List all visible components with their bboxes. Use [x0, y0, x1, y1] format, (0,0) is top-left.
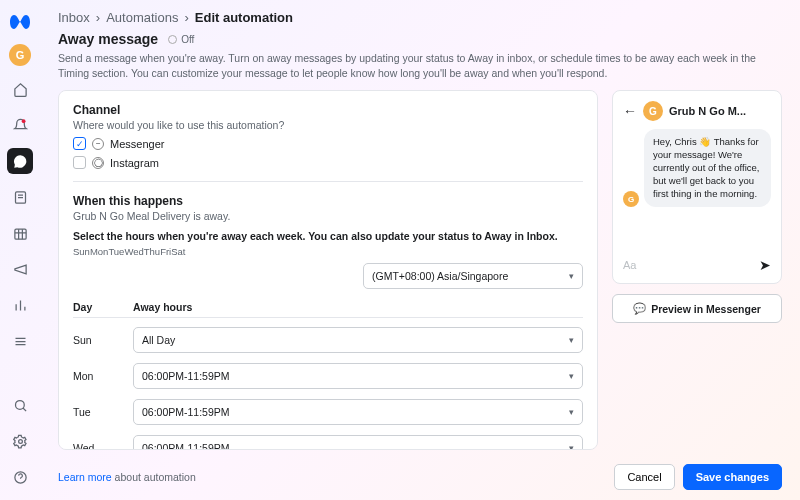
- page-header: Away message Off Send a message when you…: [40, 31, 800, 90]
- breadcrumb-inbox[interactable]: Inbox: [58, 10, 90, 25]
- channel-heading: Channel: [73, 103, 583, 117]
- preview-button-label: Preview in Messenger: [651, 303, 761, 315]
- nav-home-icon[interactable]: [7, 76, 33, 102]
- preview-business-name: Grub N Go M...: [669, 105, 746, 117]
- chevron-right-icon: ›: [184, 10, 188, 25]
- status-label: Off: [181, 34, 194, 45]
- chevron-down-icon: ▾: [569, 443, 574, 450]
- nav-settings-icon[interactable]: [7, 428, 33, 454]
- nav-ads-icon[interactable]: [7, 256, 33, 282]
- meta-logo[interactable]: [8, 10, 32, 34]
- preview-avatar: G: [643, 101, 663, 121]
- channel-instagram-label: Instagram: [110, 157, 159, 169]
- back-arrow-icon[interactable]: ←: [623, 103, 637, 119]
- nav-insights-icon[interactable]: [7, 292, 33, 318]
- table-row: Mon06:00PM-11:59PM▾: [73, 358, 583, 394]
- svg-point-4: [18, 439, 22, 443]
- col-hours: Away hours: [133, 301, 192, 313]
- learn-more-text: Learn more about automation: [58, 471, 196, 483]
- preview-in-messenger-button[interactable]: 💬 Preview in Messenger: [612, 294, 782, 323]
- status-toggle[interactable]: Off: [168, 34, 194, 45]
- chevron-down-icon: ▾: [569, 407, 574, 417]
- table-row: SunAll Day▾: [73, 322, 583, 358]
- day-cell: Mon: [73, 370, 123, 382]
- settings-panel: Channel Where would you like to use this…: [58, 90, 598, 450]
- breadcrumb-current: Edit automation: [195, 10, 293, 25]
- table-row: Tue06:00PM-11:59PM▾: [73, 394, 583, 430]
- col-day: Day: [73, 301, 123, 313]
- channel-messenger-checkbox[interactable]: ✓ ~ Messenger: [73, 137, 583, 150]
- preview-message-bubble: Hey, Chris 👋 Thanks for your message! We…: [644, 129, 771, 207]
- nav-bell-icon[interactable]: [7, 112, 33, 138]
- message-preview: ← G Grub N Go M... G Hey, Chris 👋 Thanks…: [612, 90, 782, 284]
- preview-msg-avatar: G: [623, 191, 639, 207]
- svg-point-3: [15, 400, 24, 409]
- table-row: Wed06:00PM-11:59PM▾: [73, 430, 583, 450]
- radio-off-icon: [168, 35, 177, 44]
- away-hours-value: 06:00PM-11:59PM: [142, 442, 230, 450]
- page-description: Send a message when you're away. Turn on…: [58, 51, 758, 80]
- timezone-value: (GMT+08:00) Asia/Singapore: [372, 270, 508, 282]
- checkmark-icon: ✓: [73, 137, 86, 150]
- nav-menu-icon[interactable]: [7, 328, 33, 354]
- away-hours-select[interactable]: 06:00PM-11:59PM▾: [133, 399, 583, 425]
- channel-messenger-label: Messenger: [110, 138, 164, 150]
- checkbox-empty-icon: [73, 156, 86, 169]
- svg-rect-2: [14, 229, 25, 239]
- away-hours-value: 06:00PM-11:59PM: [142, 370, 230, 382]
- nav-inbox-icon[interactable]: [7, 148, 33, 174]
- breadcrumb: Inbox › Automations › Edit automation: [40, 0, 800, 31]
- away-hours-select[interactable]: 06:00PM-11:59PM▾: [133, 363, 583, 389]
- nav-help-icon[interactable]: [7, 464, 33, 490]
- cancel-button[interactable]: Cancel: [614, 464, 674, 490]
- chevron-right-icon: ›: [96, 10, 100, 25]
- away-hours-select[interactable]: 06:00PM-11:59PM▾: [133, 435, 583, 450]
- away-hours-table: Day Away hours SunAll Day▾Mon06:00PM-11:…: [73, 297, 583, 450]
- save-button[interactable]: Save changes: [683, 464, 782, 490]
- learn-more-link[interactable]: Learn more: [58, 471, 112, 483]
- nav-calendar-icon[interactable]: [7, 220, 33, 246]
- breadcrumb-automations[interactable]: Automations: [106, 10, 178, 25]
- away-hours-select[interactable]: All Day▾: [133, 327, 583, 353]
- nav-posts-icon[interactable]: [7, 184, 33, 210]
- away-hours-value: All Day: [142, 334, 175, 346]
- instagram-icon: ◯: [92, 157, 104, 169]
- day-cell: Tue: [73, 406, 123, 418]
- compose-placeholder: Aa: [623, 259, 636, 271]
- weekday-abbrev-row: SunMonTueWedThuFriSat: [73, 246, 583, 257]
- page-title: Away message: [58, 31, 158, 47]
- day-cell: Sun: [73, 334, 123, 346]
- channel-instagram-checkbox[interactable]: ◯ Instagram: [73, 156, 583, 169]
- messenger-icon: ~: [92, 138, 104, 150]
- messenger-icon: 💬: [633, 302, 646, 315]
- chevron-down-icon: ▾: [569, 271, 574, 281]
- schedule-instruction: Select the hours when you're away each w…: [73, 230, 583, 242]
- account-avatar[interactable]: G: [9, 44, 31, 66]
- svg-point-0: [21, 119, 25, 123]
- when-heading: When this happens: [73, 194, 583, 208]
- page-footer: Learn more about automation Cancel Save …: [40, 458, 800, 500]
- channel-subtext: Where would you like to use this automat…: [73, 119, 583, 131]
- away-hours-value: 06:00PM-11:59PM: [142, 406, 230, 418]
- send-icon: ➤: [759, 257, 771, 273]
- nav-search-icon[interactable]: [7, 392, 33, 418]
- day-cell: Wed: [73, 442, 123, 450]
- nav-rail: G: [0, 0, 40, 500]
- timezone-select[interactable]: (GMT+08:00) Asia/Singapore ▾: [363, 263, 583, 289]
- chevron-down-icon: ▾: [569, 335, 574, 345]
- chevron-down-icon: ▾: [569, 371, 574, 381]
- when-subtext: Grub N Go Meal Delivery is away.: [73, 210, 583, 222]
